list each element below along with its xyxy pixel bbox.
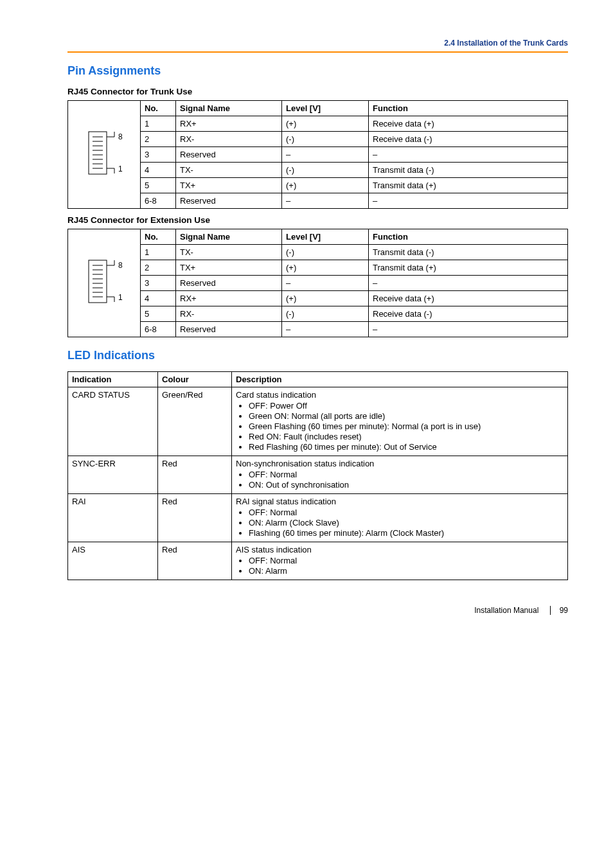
pin-label-8: 8 <box>118 261 123 270</box>
subheading-ext: RJ45 Connector for Extension Use <box>67 215 568 225</box>
list-item: Flashing (60 times per minute): Alarm (C… <box>249 528 564 538</box>
cell-description: RAI signal status indication OFF: Normal… <box>232 494 568 542</box>
cell-level: – <box>282 193 369 209</box>
list-item: Green Flashing (60 times per minute): No… <box>249 421 564 431</box>
pin-label-1: 1 <box>118 293 123 302</box>
cell-colour: Red <box>158 542 232 580</box>
footer-label: Installation Manual <box>474 606 538 615</box>
cell-function: Receive data (-) <box>369 132 568 147</box>
list-item: OFF: Normal <box>249 470 564 479</box>
table-row: 5 TX+ (+) Transmit data (+) <box>141 178 568 193</box>
list-item: Red Flashing (60 times per minute): Out … <box>249 442 564 452</box>
footer-page-number: 99 <box>550 606 568 615</box>
cell-level: (+) <box>282 116 369 132</box>
cell-level: (-) <box>282 132 369 147</box>
cell-signal: Reserved <box>176 322 282 337</box>
cell-level: – <box>282 276 369 291</box>
table-row: 1 TX- (-) Transmit data (-) <box>141 245 568 260</box>
table-row: 3 Reserved – – <box>141 276 568 291</box>
list-item: Green ON: Normal (all ports are idle) <box>249 411 564 421</box>
cell-signal: Reserved <box>176 147 282 163</box>
cell-no: 3 <box>141 147 176 163</box>
cell-signal: Reserved <box>176 276 282 291</box>
desc-lead: Non-synchronisation status indication <box>236 459 374 468</box>
cell-no: 1 <box>141 116 176 132</box>
table-row: 6-8 Reserved – – <box>141 322 568 337</box>
cell-colour: Red <box>158 456 232 494</box>
subheading-trunk: RJ45 Connector for Trunk Use <box>67 87 568 96</box>
list-item: ON: Alarm <box>249 566 564 576</box>
table-row: 4 RX+ (+) Receive data (+) <box>141 291 568 306</box>
table-row: RAI Red RAI signal status indication OFF… <box>68 494 568 542</box>
list-item: OFF: Normal <box>249 508 564 517</box>
cell-no: 3 <box>141 276 176 291</box>
cell-function: Transmit data (+) <box>369 178 568 193</box>
cell-no: 4 <box>141 163 176 178</box>
cell-function: Transmit data (-) <box>369 163 568 178</box>
cell-level: (-) <box>282 163 369 178</box>
table-row: 5 RX- (-) Receive data (-) <box>141 306 568 322</box>
cell-signal: TX+ <box>176 178 282 193</box>
header-rule <box>67 51 568 53</box>
cell-function: Receive data (+) <box>369 116 568 132</box>
connector-diagram-trunk: 8 1 <box>67 100 140 209</box>
col-level: Level [V] <box>282 229 369 245</box>
cell-no: 2 <box>141 260 176 276</box>
col-function: Function <box>369 229 568 245</box>
cell-signal: TX- <box>176 245 282 260</box>
table-row: 2 RX- (-) Receive data (-) <box>141 132 568 147</box>
cell-signal: TX- <box>176 163 282 178</box>
col-signal: Signal Name <box>176 229 282 245</box>
col-no: No. <box>141 101 176 116</box>
table-row: 1 RX+ (+) Receive data (+) <box>141 116 568 132</box>
col-no: No. <box>141 229 176 245</box>
cell-signal: RX- <box>176 132 282 147</box>
table-row: 4 TX- (-) Transmit data (-) <box>141 163 568 178</box>
pin-table-ext-table: No. Signal Name Level [V] Function 1 TX-… <box>140 229 568 337</box>
col-indication: Indication <box>68 372 158 387</box>
cell-indication: SYNC-ERR <box>68 456 158 494</box>
list-item: ON: Alarm (Clock Slave) <box>249 518 564 527</box>
desc-list: OFF: NormalON: Alarm (Clock Slave)Flashi… <box>236 508 564 538</box>
cell-function: Receive data (+) <box>369 291 568 306</box>
cell-signal: Reserved <box>176 193 282 209</box>
table-row: 3 Reserved – – <box>141 147 568 163</box>
pin-label-8: 8 <box>118 132 123 141</box>
cell-function: Transmit data (+) <box>369 260 568 276</box>
desc-lead: RAI signal status indication <box>236 497 336 506</box>
cell-function: – <box>369 276 568 291</box>
cell-no: 6-8 <box>141 322 176 337</box>
col-signal: Signal Name <box>176 101 282 116</box>
cell-level: (-) <box>282 245 369 260</box>
pin-table-trunk-body: 1 RX+ (+) Receive data (+) 2 RX- (-) Rec… <box>141 116 568 209</box>
cell-level: (+) <box>282 291 369 306</box>
pin-label-1: 1 <box>118 164 123 173</box>
cell-no: 5 <box>141 178 176 193</box>
list-item: ON: Out of synchronisation <box>249 480 564 490</box>
desc-lead: Card status indication <box>236 390 316 400</box>
cell-no: 6-8 <box>141 193 176 209</box>
cell-function: Receive data (-) <box>369 306 568 322</box>
col-level: Level [V] <box>282 101 369 116</box>
cell-function: – <box>369 193 568 209</box>
desc-list: OFF: NormalON: Alarm <box>236 556 564 576</box>
table-row: AIS Red AIS status indication OFF: Norma… <box>68 542 568 580</box>
table-row: SYNC-ERR Red Non-synchronisation status … <box>68 456 568 494</box>
cell-indication: AIS <box>68 542 158 580</box>
cell-signal: RX+ <box>176 116 282 132</box>
rj45-icon: 8 1 <box>77 251 132 315</box>
col-colour: Colour <box>158 372 232 387</box>
list-item: OFF: Normal <box>249 556 564 565</box>
desc-list: OFF: NormalON: Out of synchronisation <box>236 470 564 490</box>
cell-no: 1 <box>141 245 176 260</box>
cell-description: Non-synchronisation status indication OF… <box>232 456 568 494</box>
table-row: 2 TX+ (+) Transmit data (+) <box>141 260 568 276</box>
col-function: Function <box>369 101 568 116</box>
section-title-pin: Pin Assignments <box>67 64 568 78</box>
page-header: 2.4 Installation of the Trunk Cards <box>67 39 568 48</box>
cell-indication: CARD STATUS <box>68 387 158 456</box>
cell-signal: RX+ <box>176 291 282 306</box>
cell-description: Card status indication OFF: Power OffGre… <box>232 387 568 456</box>
cell-level: (+) <box>282 260 369 276</box>
table-header-row: Indication Colour Description <box>68 372 568 387</box>
